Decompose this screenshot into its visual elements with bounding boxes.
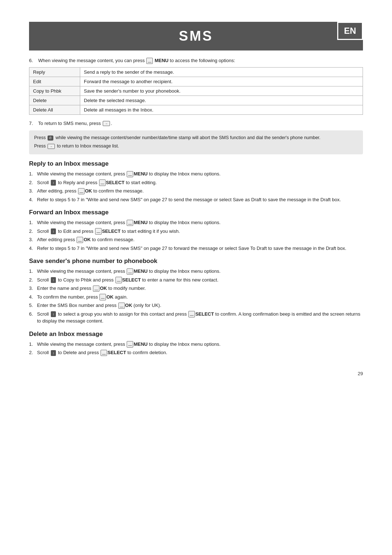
step-text: While viewing the message content, press… — [37, 341, 363, 348]
note-press-label: Press — [34, 135, 46, 140]
step-text: Refer to steps 5 to 7 in "Write and send… — [37, 245, 363, 252]
scroll-inline-icon: ↕ — [51, 350, 56, 356]
step-item: 1.While viewing the message content, pre… — [29, 341, 363, 348]
step-text: While viewing the message content, press… — [37, 268, 363, 275]
section-forward: Forward an Inbox message 1.While viewing… — [29, 209, 363, 252]
option-name: Reply — [29, 67, 80, 77]
menu-inline-icon: ⎯⎯ — [127, 220, 133, 226]
step7-text: To return to SMS menu, press — [38, 121, 101, 126]
option-desc: Send a reply to the sender of the messag… — [80, 67, 363, 77]
intro-paragraph: 6. When viewing the message content, you… — [29, 57, 363, 64]
note-back-icon: ⎓ — [48, 144, 55, 149]
phone-icon: ✆ — [48, 135, 53, 141]
step-number: 2. — [29, 276, 37, 284]
step-number: 4. — [29, 293, 37, 301]
step-item: 4.Refer to steps 5 to 7 in "Write and se… — [29, 245, 363, 252]
section-forward-title: Forward an Inbox message — [29, 209, 363, 216]
menu-label: MENU — [155, 58, 168, 63]
step-number: 4. — [29, 245, 37, 252]
step-item: 2.Scroll ↕ to Delete and press ⎯⎯SELECT … — [29, 349, 363, 356]
note-box: Press ✆ while viewing the message conten… — [29, 130, 363, 154]
section-reply: Reply to an Inbox message 1.While viewin… — [29, 160, 363, 203]
step-item: 6.Scroll ↕ to select a group you wish to… — [29, 311, 363, 325]
page-header: SMS EN — [29, 22, 363, 50]
note-text-2: to return to Inbox message list. — [57, 143, 119, 149]
step-number: 2. — [29, 179, 37, 186]
step-number: 5. — [29, 302, 37, 309]
menu-inline-icon: ⎯⎯ — [127, 171, 133, 178]
table-row: ReplySend a reply to the sender of the m… — [29, 67, 363, 77]
step7-number: 7. — [29, 121, 33, 126]
step-item: 1.While viewing the message content, pre… — [29, 219, 363, 226]
step-item: 2.Scroll ↕ to Reply and press ⎯⎯SELECT t… — [29, 179, 363, 186]
language-badge: EN — [337, 22, 363, 40]
step-item: 5.Enter the SMS Box number and press ⎯⎯O… — [29, 302, 363, 309]
step-item: 1.While viewing the message content, pre… — [29, 268, 363, 275]
step-text: Refer to steps 5 to 7 in "Write and send… — [37, 196, 363, 203]
step-text: Enter the SMS Box number and press ⎯⎯OK … — [37, 302, 363, 309]
option-name: Copy to Phbk — [29, 86, 80, 96]
scroll-inline-icon: ↕ — [51, 311, 56, 317]
option-name: Delete — [29, 96, 80, 105]
option-desc: Delete all messages in the Inbox. — [80, 105, 363, 114]
step-number: 2. — [29, 349, 37, 356]
select-inline-icon: ⎯⎯ — [101, 350, 107, 356]
ok-inline-icon: ⎯⎯ — [118, 303, 125, 309]
step-text: After editing, press ⎯⎯OK to confirm the… — [37, 187, 363, 195]
step-text: Scroll ↕ to Reply and press ⎯⎯SELECT to … — [37, 179, 363, 186]
menu-inline-icon: ⎯⎯ — [127, 268, 133, 275]
select-inline-icon: ⎯⎯ — [115, 277, 122, 283]
page-number: 29 — [29, 371, 363, 376]
note-line-1: Press ✆ while viewing the message conten… — [34, 134, 358, 141]
table-row: Delete AllDelete all messages in the Inb… — [29, 105, 363, 114]
step-text: To confirm the number, press ⎯⎯OK again. — [37, 293, 363, 301]
scroll-inline-icon: ↕ — [51, 180, 56, 186]
step-item: 1.While viewing the message content, pre… — [29, 170, 363, 178]
step-number: 2. — [29, 228, 37, 235]
step-item: 2.Scroll ↕ to Copy to Phbk and press ⎯⎯S… — [29, 276, 363, 284]
section-save-sender: Save sender's phone number to phonebook … — [29, 258, 363, 325]
option-desc: Save the sender's number to your phonebo… — [80, 86, 363, 96]
step7-paragraph: 7. To return to SMS menu, press ⎓. — [29, 120, 363, 127]
ok-inline-icon: ⎯⎯ — [77, 237, 83, 243]
step-number: 1. — [29, 170, 37, 178]
menu-button-icon: ⎯⎯ — [146, 58, 153, 64]
select-inline-icon: ⎯⎯ — [95, 228, 102, 235]
page-title: SMS — [179, 28, 213, 44]
note-line-2: Press ⎓ to return to Inbox message list. — [34, 142, 358, 150]
table-row: EditForward the message to another recip… — [29, 77, 363, 86]
step-number: 1. — [29, 268, 37, 275]
step-text: While viewing the message content, press… — [37, 219, 363, 226]
step-number: 1. — [29, 219, 37, 226]
options-table: ReplySend a reply to the sender of the m… — [29, 67, 363, 115]
step-number: 3. — [29, 236, 37, 243]
section-reply-title: Reply to an Inbox message — [29, 160, 363, 167]
step-number: 3. — [29, 187, 37, 195]
section-save-title: Save sender's phone number to phonebook — [29, 258, 363, 265]
section-delete-title: Delete an Inbox message — [29, 331, 363, 338]
step-item: 3.After editing press ⎯⎯OK to confirm me… — [29, 236, 363, 243]
step-number: 3. — [29, 285, 37, 292]
note-text-1: while viewing the message content/sender… — [56, 135, 320, 140]
step-item: 3.Enter the name and press ⎯⎯OK to modif… — [29, 285, 363, 292]
option-name: Edit — [29, 77, 80, 86]
select-inline-icon: ⎯⎯ — [188, 311, 195, 317]
select-inline-icon: ⎯⎯ — [99, 179, 106, 186]
ok-inline-icon: ⎯⎯ — [99, 294, 106, 300]
intro-text2: to access the following options: — [170, 58, 235, 63]
step-item: 2.Scroll ↕ to Edit and press ⎯⎯SELECT to… — [29, 228, 363, 235]
step-item: 4.To confirm the number, press ⎯⎯OK agai… — [29, 293, 363, 301]
step-number: 4. — [29, 196, 37, 203]
step-text: Scroll ↕ to select a group you wish to a… — [37, 311, 363, 325]
scroll-inline-icon: ↕ — [51, 228, 56, 234]
step-number: 6. — [29, 311, 37, 325]
step-text: Scroll ↕ to Copy to Phbk and press ⎯⎯SEL… — [37, 276, 363, 284]
menu-inline-icon: ⎯⎯ — [127, 341, 133, 348]
step-text: Scroll ↕ to Delete and press ⎯⎯SELECT to… — [37, 349, 363, 356]
scroll-inline-icon: ↕ — [51, 277, 56, 283]
note-press2-label: Press — [34, 143, 46, 149]
step-text: After editing press ⎯⎯OK to confirm mess… — [37, 236, 363, 243]
step-item: 3.After editing, press ⎯⎯OK to confirm t… — [29, 187, 363, 195]
step-text: Scroll ↕ to Edit and press ⎯⎯SELECT to s… — [37, 228, 363, 235]
back-button-icon: ⎓ — [103, 121, 110, 126]
